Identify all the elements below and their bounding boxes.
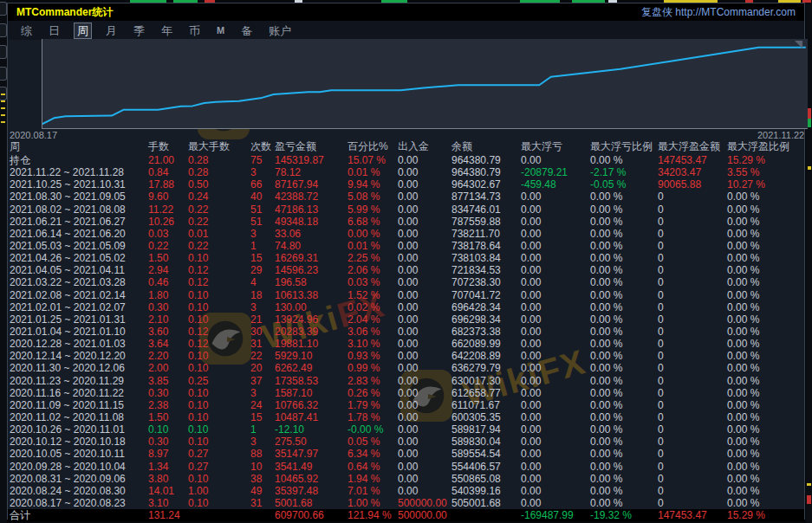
table-row[interactable]: 2021.02.08 ~ 2021.02.141.800.101810613.3… — [10, 289, 803, 301]
background-candle-red — [807, 495, 811, 504]
table-cell: 0 — [658, 190, 727, 203]
tab-ji[interactable]: 季 — [131, 23, 147, 38]
tab-m[interactable]: M — [214, 23, 227, 38]
table-row[interactable]: 2021.01.25 ~ 2021.01.312.100.102113924.9… — [10, 313, 803, 326]
tab-bei[interactable]: 备 — [238, 23, 255, 38]
table-row[interactable]: 2021.02.01 ~ 2021.02.070.300.103130.000.… — [10, 301, 803, 313]
tab-nian[interactable]: 年 — [159, 23, 175, 38]
table-row[interactable]: 2020.11.23 ~ 2020.11.293.850.253717358.5… — [10, 375, 803, 387]
table-cell: 964380.79 — [451, 154, 521, 166]
table-cell: 0.00 — [398, 436, 451, 448]
column-header[interactable]: 出入金 — [398, 140, 451, 153]
table-cell: 3 — [250, 387, 275, 399]
table-row[interactable]: 2021.04.26 ~ 2021.05.021.500.101516269.3… — [10, 252, 803, 264]
table-cell: 0.00 — [521, 362, 590, 374]
table-cell: 3.55 % — [727, 166, 800, 178]
table-row[interactable]: 2020.12.14 ~ 2020.12.202.200.10225929.10… — [10, 350, 803, 362]
column-header[interactable]: 百分比% — [348, 140, 398, 153]
table-total-row: 合计131.24609700.66121.94 %500000.00-16948… — [8, 509, 804, 521]
table-cell: -459.48 — [521, 178, 590, 190]
table-cell: 0.00 % — [727, 190, 800, 203]
table-row[interactable]: 2021.11.22 ~ 2021.11.280.840.28378.120.0… — [10, 166, 803, 178]
resize-handle-icon — [795, 41, 802, 48]
table-cell: 5.08 % — [348, 190, 398, 203]
column-header[interactable]: 最大浮盈金额 — [658, 140, 727, 153]
table-cell: 20 — [250, 362, 275, 374]
table-cell: 0 — [658, 264, 727, 276]
table-cell: 0.50 — [188, 178, 250, 190]
table-row[interactable]: 2021.06.14 ~ 2021.06.200.030.01333.060.0… — [10, 228, 803, 240]
table-cell: 0.01 — [188, 228, 250, 240]
table-cell: 2020.11.23 ~ 2020.11.29 — [10, 375, 148, 387]
table-row[interactable]: 2020.11.02 ~ 2020.11.081.500.101510487.4… — [10, 411, 803, 423]
table-cell: 2.04 % — [348, 313, 398, 326]
total-cell: -169487.99 — [521, 509, 590, 521]
table-row[interactable]: 2020.11.16 ~ 2020.11.220.300.1031587.100… — [10, 387, 803, 399]
brand-link[interactable]: 复盘侠 http://MTCommander.com — [641, 5, 796, 20]
table-row[interactable]: 2020.11.09 ~ 2020.11.152.380.102410766.3… — [10, 399, 803, 411]
column-header[interactable]: 最大浮亏 — [521, 140, 590, 153]
table-cell: 0 — [658, 289, 727, 301]
table-cell: 1.80 — [148, 289, 188, 301]
column-header[interactable]: 周 — [10, 140, 148, 153]
tab-bi[interactable]: 币 — [186, 23, 203, 38]
table-cell: 2020.11.02 ~ 2020.11.08 — [10, 411, 148, 423]
table-row[interactable]: 2020.10.12 ~ 2020.10.180.300.103275.500.… — [10, 436, 803, 448]
tab-zhanghu[interactable]: 账户 — [266, 23, 294, 38]
table-cell: 0 — [658, 203, 727, 216]
total-cell — [188, 509, 250, 521]
table-row[interactable]: 2020.10.26 ~ 2020.11.010.100.101-12.10-0… — [10, 423, 803, 436]
table-row[interactable]: 2020.08.31 ~ 2020.09.063.800.103810465.9… — [10, 473, 803, 485]
table-cell: 611071.67 — [451, 399, 521, 411]
table-row[interactable]: 2021.06.21 ~ 2021.06.2710.260.225149348.… — [10, 216, 803, 228]
table-cell: 10487.41 — [275, 411, 348, 423]
table-cell: 34203.47 — [658, 166, 727, 178]
table-row[interactable]: 2020.11.30 ~ 2020.12.062.000.10206262.49… — [10, 362, 803, 374]
column-header[interactable]: 最大浮亏比例 — [590, 140, 658, 153]
table-cell: 0 — [658, 252, 727, 264]
table-cell: 0.00 % — [590, 411, 658, 423]
table-cell: 0.00 — [521, 216, 590, 228]
tab-ri[interactable]: 日 — [46, 23, 62, 38]
table-cell: 0 — [658, 375, 727, 387]
table-cell: 0.10 — [188, 313, 250, 326]
table-cell: 0.00 — [398, 264, 451, 276]
column-header[interactable]: 最大浮盈比例 — [727, 140, 800, 153]
tab-yue[interactable]: 月 — [103, 23, 120, 38]
tab-zhou[interactable]: 周 — [74, 23, 92, 39]
table-row[interactable]: 2020.09.28 ~ 2020.10.041.340.27103541.49… — [10, 461, 803, 473]
table-cell: 0.00 — [398, 473, 451, 485]
table-cell: 589830.04 — [451, 436, 521, 448]
column-header[interactable]: 最大手数 — [188, 140, 250, 153]
table-cell: 964380.79 — [451, 166, 521, 178]
table-row[interactable]: 2020.08.17 ~ 2020.08.233.100.10315001.68… — [10, 497, 803, 509]
table-cell: 87167.94 — [275, 178, 348, 190]
table-cell: 550865.08 — [451, 473, 521, 485]
table-row[interactable]: 2020.08.24 ~ 2020.08.3014.011.004935397.… — [10, 485, 803, 497]
table-row[interactable]: 2021.08.02 ~ 2021.08.0811.220.225147186.… — [10, 203, 803, 216]
table-row[interactable]: 2021.01.04 ~ 2021.01.103.600.123020283.3… — [10, 326, 803, 338]
table-cell: 2020.10.05 ~ 2020.10.11 — [10, 448, 148, 460]
table-cell: 0.00 — [521, 326, 590, 338]
table-cell: 0.27 — [188, 461, 250, 473]
column-header[interactable]: 盈亏金额 — [275, 140, 348, 153]
table-cell: 0 — [658, 399, 727, 411]
total-cell: 147453.47 — [658, 509, 727, 521]
table-row[interactable]: 2021.10.25 ~ 2021.10.3117.880.506687167.… — [10, 178, 803, 190]
table-row[interactable]: 2021.08.30 ~ 2021.09.059.600.244042388.7… — [10, 190, 803, 203]
table-cell: 642208.89 — [451, 350, 521, 362]
table-cell: 0.00 — [398, 252, 451, 264]
column-header[interactable]: 余额 — [451, 140, 521, 153]
column-header[interactable]: 手数 — [148, 140, 188, 153]
table-row[interactable]: 2021.05.03 ~ 2021.05.090.220.22174.800.0… — [10, 240, 803, 252]
table-row[interactable]: 持仓21.000.2875145319.8715.07 %0.00964380.… — [10, 154, 803, 166]
table-row[interactable]: 2021.03.22 ~ 2021.03.280.460.124196.580.… — [10, 276, 803, 288]
column-header[interactable]: 次数 — [250, 140, 275, 153]
table-row[interactable]: 2020.10.05 ~ 2020.10.118.970.278835147.9… — [10, 448, 803, 460]
table-row[interactable]: 2020.12.28 ~ 2021.01.033.640.123119881.1… — [10, 338, 803, 350]
table-cell: 14596.23 — [275, 264, 348, 276]
table-cell: 0.00 — [398, 154, 451, 166]
tab-zong[interactable]: 综 — [18, 23, 35, 38]
menu-bar: 综日周月季年币M备账户 — [8, 21, 804, 40]
table-row[interactable]: 2021.04.05 ~ 2021.04.112.940.122914596.2… — [10, 264, 803, 276]
